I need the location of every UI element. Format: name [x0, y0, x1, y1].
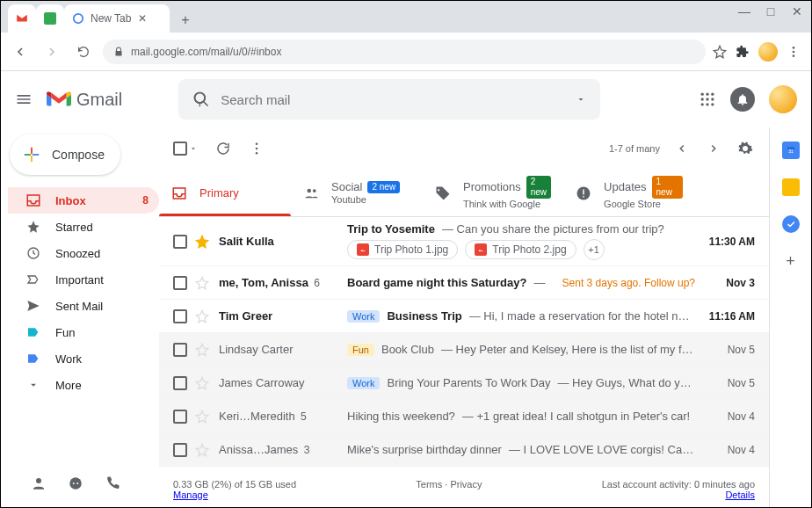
calendar-addon[interactable]: 31	[782, 142, 800, 159]
privacy-link[interactable]: Privacy	[450, 479, 482, 490]
star-button[interactable]	[194, 375, 210, 391]
bookmark-star-icon[interactable]	[713, 45, 727, 59]
mail-subject: Bring Your Parents To Work Day	[387, 376, 550, 389]
next-page-button[interactable]	[704, 139, 723, 158]
prev-page-button[interactable]	[672, 139, 692, 158]
mail-row[interactable]: James Carroway WorkBring Your Parents To…	[159, 366, 769, 400]
tasks-addon[interactable]	[782, 215, 800, 233]
refresh-button[interactable]	[215, 141, 231, 156]
label-blue-icon	[25, 351, 41, 366]
mail-checkbox[interactable]	[173, 276, 187, 290]
mail-row[interactable]: me, Tom, Anissa 6 Board game night this …	[159, 266, 769, 300]
contacts-icon[interactable]	[31, 475, 47, 491]
close-window-button[interactable]: ✕	[790, 4, 804, 18]
search-input[interactable]	[221, 92, 565, 107]
browser-tab-generic[interactable]	[36, 4, 64, 33]
terms-link[interactable]: Terms	[416, 479, 442, 490]
mail-row[interactable]: Keri…Meredith 5 Hiking this weekend? — +…	[159, 400, 769, 433]
close-icon[interactable]: ✕	[136, 12, 149, 25]
mail-nudge[interactable]: Sent 3 days ago. Follow up?	[554, 277, 695, 289]
browser-tab-gmail[interactable]	[8, 4, 36, 33]
settings-button[interactable]	[736, 139, 755, 158]
browser-menu-icon[interactable]	[787, 45, 801, 59]
select-all-checkbox[interactable]	[173, 142, 198, 156]
add-addon-button[interactable]: +	[782, 252, 800, 270]
mail-checkbox[interactable]	[173, 343, 187, 357]
star-button[interactable]	[194, 275, 210, 291]
account-avatar[interactable]	[769, 85, 797, 113]
mail-label[interactable]: Fun	[347, 344, 374, 356]
svg-point-13	[701, 103, 704, 105]
more-actions-button[interactable]	[249, 141, 265, 156]
mail-row[interactable]: Lindsay Carter FunBook Club — Hey Peter …	[159, 333, 769, 366]
mail-checkbox[interactable]	[173, 235, 187, 249]
search-icon	[192, 91, 210, 108]
star-button[interactable]	[194, 308, 210, 324]
mail-label[interactable]: Work	[347, 310, 380, 323]
minimize-button[interactable]: —	[737, 4, 751, 18]
star-button[interactable]	[194, 442, 210, 458]
extensions-icon[interactable]	[736, 45, 750, 59]
new-tab-button[interactable]: +	[173, 8, 198, 33]
browser-tab-newtab[interactable]: New Tab ✕	[64, 4, 170, 33]
star-button[interactable]	[194, 409, 210, 425]
attachment-more[interactable]: +1	[584, 239, 605, 260]
keep-addon[interactable]	[782, 178, 800, 196]
url-input[interactable]: mail.google.com/mail/u/0/#inbox	[103, 40, 706, 64]
svg-point-22	[256, 148, 258, 150]
svg-rect-28	[583, 196, 584, 198]
maximize-button[interactable]: □	[764, 4, 778, 18]
search-box[interactable]	[178, 79, 600, 120]
mail-checkbox[interactable]	[173, 309, 187, 323]
mail-checkbox[interactable]	[173, 410, 187, 424]
attachment-chip[interactable]: Trip Photo 2.jpg	[465, 240, 576, 259]
mail-snippet: — Hey Peter and Kelsey, Here is the list…	[441, 343, 695, 356]
svg-point-19	[73, 483, 75, 484]
mail-row[interactable]: Tim Greer WorkBusiness Trip — Hi, I made…	[159, 300, 769, 333]
mail-row[interactable]: Salit Kulla Trip to Yosemite — Can you s…	[159, 217, 769, 266]
browser-profile-avatar[interactable]	[758, 42, 778, 62]
attachment-chip[interactable]: Trip Photo 1.jpg	[347, 240, 458, 259]
svg-point-8	[706, 93, 708, 96]
sidebar-item-inbox[interactable]: Inbox 8	[8, 187, 159, 214]
notifications-button[interactable]	[730, 87, 755, 112]
mail-checkbox[interactable]	[173, 376, 187, 390]
sidebar-item-more[interactable]: More	[8, 372, 159, 398]
mail-list: Salit Kulla Trip to Yosemite — Can you s…	[159, 217, 769, 472]
main-menu-button[interactable]	[15, 91, 33, 108]
sidebar-item-snoozed[interactable]: Snoozed	[8, 240, 159, 266]
category-tab-promotions[interactable]: Promotions2 new Think with Google	[423, 170, 563, 216]
mail-label[interactable]: Work	[347, 377, 380, 389]
mail-sender: me, Tom, Anissa 6	[219, 276, 347, 289]
category-tab-updates[interactable]: Updates1 new Google Store	[563, 170, 695, 216]
mail-checkbox[interactable]	[173, 443, 187, 457]
sidebar-item-sent-mail[interactable]: Sent Mail	[8, 293, 159, 319]
sidebar-item-label: Important	[55, 273, 149, 287]
search-options-dropdown[interactable]	[576, 94, 586, 105]
star-button[interactable]	[194, 234, 210, 250]
phone-icon[interactable]	[105, 475, 120, 491]
sidebar-item-work[interactable]: Work	[8, 345, 159, 372]
clock-icon	[25, 245, 41, 261]
google-apps-button[interactable]	[699, 91, 716, 108]
gmail-header: Gmail	[1, 71, 811, 127]
sidebar-item-fun[interactable]: Fun	[8, 319, 159, 345]
category-tab-social[interactable]: Social2 new Youtube	[291, 170, 423, 216]
mail-subject: Hiking this weekend?	[347, 410, 455, 423]
mail-row[interactable]: Anissa…James 3 Mike's surprise birthday …	[159, 433, 769, 467]
star-button[interactable]	[194, 342, 210, 358]
details-link[interactable]: Details	[725, 490, 755, 500]
chat-icon[interactable]	[68, 475, 83, 491]
mail-snippet: — +1 great idea! I call shotgun in Peter…	[462, 410, 690, 423]
forward-button[interactable]	[40, 40, 64, 64]
compose-button[interactable]: Compose	[10, 134, 120, 175]
sidebar-item-important[interactable]: Important	[8, 266, 159, 293]
gmail-logo[interactable]: Gmail	[47, 90, 122, 110]
manage-storage-link[interactable]: Manage	[173, 490, 208, 500]
svg-rect-27	[583, 189, 584, 194]
sidebar-item-starred[interactable]: Starred	[8, 214, 159, 240]
primary-icon	[171, 185, 187, 201]
category-tab-primary[interactable]: Primary	[159, 170, 291, 216]
back-button[interactable]	[8, 40, 33, 64]
reload-button[interactable]	[71, 40, 96, 64]
